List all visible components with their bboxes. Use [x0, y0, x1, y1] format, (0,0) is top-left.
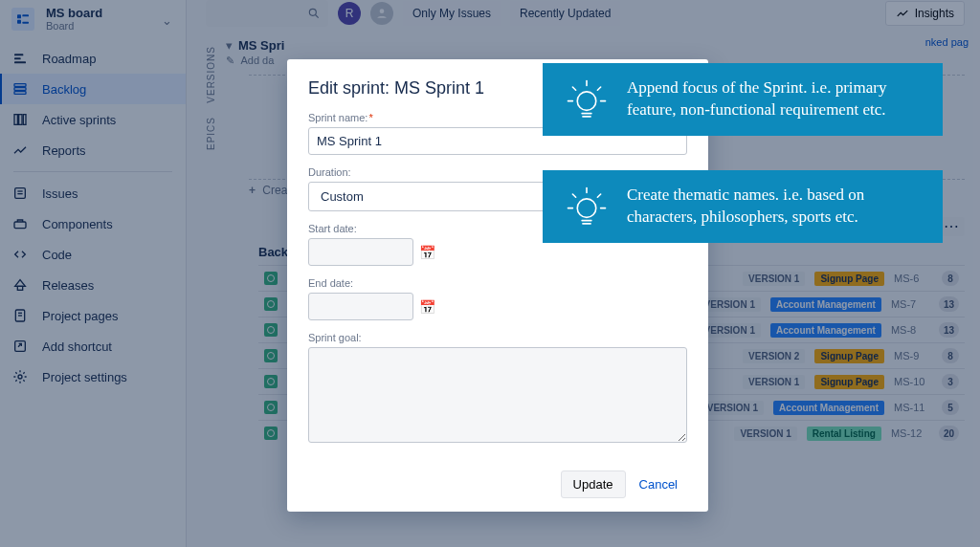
svg-point-35 — [577, 199, 596, 218]
calendar-icon[interactable]: 📅 — [419, 245, 435, 260]
lightbulb-icon — [562, 182, 612, 231]
tip-text: Append focus of the Sprint. i.e. primary… — [627, 77, 924, 121]
label-sprint-goal: Sprint goal: — [308, 332, 687, 343]
tip-text: Create thematic names. i.e. based on cha… — [627, 185, 924, 229]
sprint-goal-textarea[interactable] — [308, 347, 687, 443]
calendar-icon[interactable]: 📅 — [419, 299, 435, 315]
svg-line-30 — [597, 87, 600, 90]
end-date-input[interactable] — [308, 293, 413, 320]
cancel-button[interactable]: Cancel — [630, 470, 687, 498]
start-date-input[interactable] — [308, 238, 413, 266]
tip-banner-2: Create thematic names. i.e. based on cha… — [543, 170, 943, 243]
lightbulb-icon — [562, 75, 612, 124]
svg-point-27 — [577, 92, 596, 111]
svg-line-29 — [572, 87, 575, 90]
label-end-date: End date: — [308, 277, 687, 289]
svg-line-37 — [572, 194, 575, 197]
svg-line-38 — [597, 194, 600, 197]
tip-banner-1: Append focus of the Sprint. i.e. primary… — [543, 63, 943, 136]
update-button[interactable]: Update — [561, 470, 626, 498]
